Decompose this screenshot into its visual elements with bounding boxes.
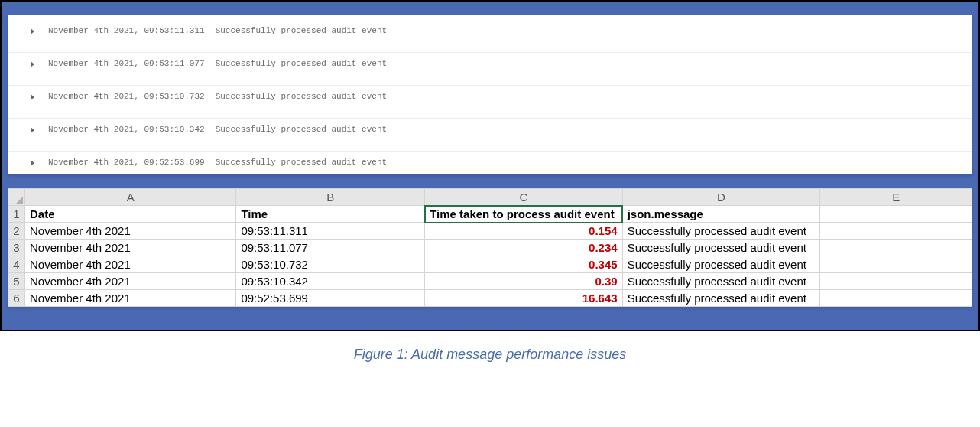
cell[interactable]: Time	[236, 206, 425, 223]
expand-icon[interactable]	[31, 61, 34, 67]
log-timestamp: November 4th 2021, 09:52:53.699	[48, 158, 205, 167]
table-row: 1 Date Time Time taken to process audit …	[8, 206, 972, 223]
cell[interactable]	[820, 290, 972, 307]
col-header-A[interactable]: A	[24, 189, 235, 206]
cell[interactable]: 09:53:11.311	[236, 223, 425, 240]
col-header-D[interactable]: D	[622, 189, 820, 206]
cell[interactable]: Successfully processed audit event	[622, 273, 820, 290]
cell[interactable]: 09:53:10.732	[236, 256, 425, 273]
cell[interactable]: Date	[24, 206, 235, 223]
cell[interactable]: 0.39	[425, 273, 622, 290]
expand-icon[interactable]	[31, 160, 34, 166]
log-timestamp: November 4th 2021, 09:53:11.077	[48, 59, 205, 68]
cell[interactable]	[820, 223, 972, 240]
log-timestamp: November 4th 2021, 09:53:11.311	[48, 26, 205, 35]
log-row[interactable]: November 4th 2021, 09:53:11.311 Successf…	[8, 20, 972, 53]
cell[interactable]: Successfully processed audit event	[622, 290, 820, 307]
select-all-corner[interactable]	[8, 189, 25, 206]
cell[interactable]: 0.345	[425, 256, 622, 273]
cell[interactable]: November 4th 2021	[24, 240, 235, 256]
log-timestamp: November 4th 2021, 09:53:10.342	[48, 125, 205, 134]
log-row[interactable]: November 4th 2021, 09:53:10.342 Successf…	[8, 119, 972, 152]
cell[interactable]: 16.643	[425, 290, 622, 307]
log-message: Successfully processed audit event	[216, 59, 387, 68]
expand-icon[interactable]	[31, 94, 34, 100]
cell[interactable]: 09:52:53.699	[236, 290, 425, 307]
log-message: Successfully processed audit event	[216, 26, 387, 35]
cell[interactable]: Successfully processed audit event	[622, 256, 820, 273]
cell[interactable]	[820, 256, 972, 273]
log-row[interactable]: November 4th 2021, 09:53:10.732 Successf…	[8, 86, 972, 119]
expand-icon[interactable]	[31, 28, 34, 34]
col-header-E[interactable]: E	[820, 189, 972, 206]
cell[interactable]: Successfully processed audit event	[622, 240, 820, 256]
row-header[interactable]: 6	[8, 290, 25, 307]
spreadsheet[interactable]: A B C D E 1 Date Time Time taken to proc…	[8, 188, 972, 307]
table-row: 2 November 4th 2021 09:53:11.311 0.154 S…	[8, 223, 972, 240]
row-header[interactable]: 3	[8, 240, 25, 256]
figure-container: November 4th 2021, 09:53:11.311 Successf…	[0, 0, 980, 331]
expand-icon[interactable]	[31, 127, 34, 133]
column-header-row: A B C D E	[8, 189, 972, 206]
cell[interactable]	[820, 206, 972, 223]
log-panel: November 4th 2021, 09:53:11.311 Successf…	[8, 15, 972, 174]
cell[interactable]: November 4th 2021	[24, 256, 235, 273]
row-header[interactable]: 1	[8, 206, 25, 223]
log-message: Successfully processed audit event	[216, 92, 387, 101]
cell[interactable]	[820, 273, 972, 290]
cell[interactable]: 09:53:11.077	[236, 240, 425, 256]
cell[interactable]: 09:53:10.342	[236, 273, 425, 290]
cell[interactable]: json.message	[622, 206, 820, 223]
row-header[interactable]: 2	[8, 223, 25, 240]
row-header[interactable]: 5	[8, 273, 25, 290]
table-row: 5 November 4th 2021 09:53:10.342 0.39 Su…	[8, 273, 972, 290]
cell[interactable]: November 4th 2021	[24, 223, 235, 240]
cell[interactable]: 0.234	[425, 240, 622, 256]
log-row[interactable]: November 4th 2021, 09:52:53.699 Successf…	[8, 152, 972, 174]
table-row: 4 November 4th 2021 09:53:10.732 0.345 S…	[8, 256, 972, 273]
cell[interactable]: November 4th 2021	[24, 273, 235, 290]
log-row[interactable]: November 4th 2021, 09:53:11.077 Successf…	[8, 53, 972, 86]
cell[interactable]: November 4th 2021	[24, 290, 235, 307]
col-header-C[interactable]: C	[425, 189, 622, 206]
col-header-B[interactable]: B	[236, 189, 425, 206]
table-row: 3 November 4th 2021 09:53:11.077 0.234 S…	[8, 240, 972, 256]
table-row: 6 November 4th 2021 09:52:53.699 16.643 …	[8, 290, 972, 307]
cell[interactable]	[820, 240, 972, 256]
figure-caption: Figure 1: Audit message performance issu…	[0, 347, 980, 363]
log-message: Successfully processed audit event	[216, 158, 387, 167]
cell[interactable]: 0.154	[425, 223, 622, 240]
log-timestamp: November 4th 2021, 09:53:10.732	[48, 92, 205, 101]
row-header[interactable]: 4	[8, 256, 25, 273]
log-message: Successfully processed audit event	[216, 125, 387, 134]
cell-selected[interactable]: Time taken to process audit event	[425, 206, 622, 223]
select-all-icon	[16, 197, 23, 204]
cell[interactable]: Successfully processed audit event	[622, 223, 820, 240]
